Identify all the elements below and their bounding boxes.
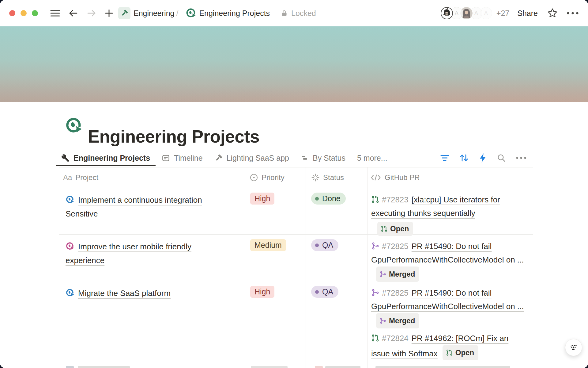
toolbar-right-group: A A A +27 Share (441, 7, 579, 19)
wrench-icon (61, 154, 70, 162)
github-pr-cell[interactable]: #72825PR #15490: Do not fail GpuPerforma… (367, 235, 533, 281)
priority-cell[interactable]: High (245, 281, 306, 364)
status-dot (315, 243, 319, 247)
priority-cell[interactable]: High (245, 188, 306, 234)
pr-number: #72824 (382, 334, 409, 343)
priority-tag[interactable]: Medium (250, 239, 286, 251)
project-page-icon (66, 242, 74, 251)
project-page-icon (66, 289, 74, 297)
tab-by-status[interactable]: By Status (301, 154, 345, 163)
locked-indicator[interactable]: Locked (280, 9, 316, 18)
forward-arrow-icon[interactable] (87, 9, 96, 17)
pr-state-badge[interactable]: Open (443, 345, 478, 360)
table-row[interactable]: Implement a continuous integration Sensi… (59, 188, 533, 235)
tab-more-views[interactable]: 5 more... (357, 154, 387, 163)
table-row[interactable]: Migrate the SaaS platform High QA #72825… (59, 281, 533, 364)
status-dot (315, 197, 319, 201)
column-header-project[interactable]: Aa Project (63, 167, 98, 188)
page-cover-image[interactable] (0, 26, 588, 102)
pr-state-badge[interactable]: Open (377, 222, 413, 236)
close-window-button[interactable] (9, 10, 15, 16)
avatar[interactable] (441, 7, 453, 19)
breadcrumb-separator: / (176, 9, 178, 18)
notion-ai-button[interactable] (565, 339, 582, 356)
table-row[interactable]: Improve the user mobile friendly experie… (59, 235, 533, 281)
pr-merged-icon (371, 242, 379, 250)
page-icon[interactable] (65, 117, 82, 136)
project-page-icon (66, 195, 74, 204)
partially-visible-row[interactable] (59, 366, 533, 368)
github-pr-entry: #72823[xla:cpu] Use iterators for execut… (371, 193, 530, 236)
breadcrumb-root[interactable]: Engineering (134, 9, 174, 18)
automation-bolt-icon[interactable] (479, 153, 487, 163)
database-view-tabs: Engineering Projects Timeline Lighting S… (61, 150, 387, 166)
pr-open-icon (371, 195, 379, 203)
status-cell[interactable]: QA (306, 281, 367, 364)
status-tag[interactable]: QA (311, 286, 338, 298)
column-header-github-pr[interactable]: GitHub PR (370, 167, 420, 188)
pr-merged-icon (379, 271, 386, 278)
status-cell[interactable]: QA (306, 235, 367, 281)
window-toolbar: Engineering / Engineering Projects Locke… (0, 0, 588, 26)
project-cell[interactable]: Improve the user mobile friendly experie… (59, 235, 245, 281)
github-pr-entry: #72825PR #15490: Do not fail GpuPerforma… (371, 286, 530, 328)
status-dot (315, 290, 319, 294)
pr-merged-icon (371, 289, 379, 297)
github-pr-cell[interactable]: #72825PR #15490: Do not fail GpuPerforma… (367, 281, 533, 364)
favorite-star-icon[interactable] (547, 8, 558, 19)
priority-tag[interactable]: High (250, 193, 274, 205)
status-fragment (315, 366, 323, 368)
priority-tag[interactable]: High (250, 286, 274, 298)
pr-state-badge[interactable]: Merged (376, 313, 419, 328)
pr-number: #72825 (382, 288, 409, 297)
breadcrumb-workspace-icon[interactable] (118, 7, 130, 19)
traffic-lights (9, 10, 38, 16)
tab-lighting-saas-app[interactable]: Lighting SaaS app (214, 154, 289, 163)
zoom-window-button[interactable] (32, 10, 38, 16)
notion-window: Engineering / Engineering Projects Locke… (0, 0, 588, 368)
pr-open-icon (371, 334, 379, 342)
status-fragment (325, 366, 360, 368)
project-title-link[interactable]: Improve the user mobile friendly experie… (66, 242, 191, 265)
avatar-overflow-count[interactable]: +27 (496, 9, 509, 18)
status-tag[interactable]: Done (311, 193, 346, 205)
breadcrumb-current-page[interactable]: Engineering Projects (199, 9, 270, 18)
ai-face-icon (568, 342, 579, 353)
minimize-window-button[interactable] (21, 10, 27, 16)
pr-number: #72823 (382, 195, 409, 204)
project-cell[interactable]: Implement a continuous integration Sensi… (59, 188, 245, 234)
github-pr-cell[interactable]: #72823[xla:cpu] Use iterators for execut… (367, 188, 533, 234)
code-property-icon (370, 174, 381, 182)
new-tab-plus-icon[interactable] (105, 9, 113, 17)
filter-icon[interactable] (440, 154, 449, 162)
share-button[interactable]: Share (517, 9, 538, 18)
pr-open-icon (446, 349, 453, 356)
collaborator-avatars[interactable]: A A A (441, 7, 492, 19)
tab-engineering-projects[interactable]: Engineering Projects (61, 154, 150, 163)
project-title-link[interactable]: Implement a continuous integration Sensi… (66, 195, 202, 218)
status-property-icon (311, 173, 320, 182)
lock-icon (280, 9, 288, 17)
pr-merged-icon (379, 317, 386, 324)
hammer-icon (214, 154, 223, 162)
select-property-icon (250, 173, 258, 182)
project-cell[interactable]: Migrate the SaaS platform (59, 281, 245, 364)
back-arrow-icon[interactable] (69, 9, 78, 17)
project-title-link[interactable]: Migrate the SaaS platform (78, 289, 171, 298)
column-header-status[interactable]: Status (311, 167, 344, 188)
view-more-icon[interactable] (516, 157, 526, 159)
search-icon[interactable] (497, 153, 506, 163)
status-tag[interactable]: QA (311, 239, 338, 251)
tab-timeline[interactable]: Timeline (162, 154, 203, 163)
more-options-icon[interactable] (567, 12, 579, 15)
column-header-priority[interactable]: Priority (250, 167, 285, 188)
sidebar-menu-icon[interactable] (50, 9, 61, 17)
pr-open-icon (381, 225, 387, 232)
status-cell[interactable]: Done (306, 188, 367, 234)
priority-cell[interactable]: Medium (245, 235, 306, 281)
page-title[interactable]: Engineering Projects (88, 126, 259, 147)
project-title-fragment (78, 366, 130, 368)
github-pr-entry: #72824PR #14962: [ROCm] Fix an issue wit… (371, 332, 515, 360)
sort-icon[interactable] (459, 153, 469, 163)
pr-state-badge[interactable]: Merged (376, 266, 419, 282)
